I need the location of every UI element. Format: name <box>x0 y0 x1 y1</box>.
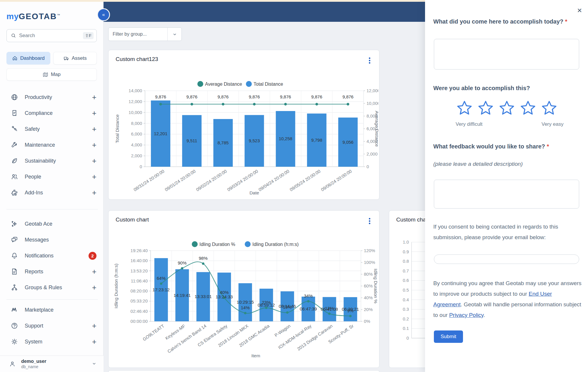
assets-button[interactable]: Assets <box>53 52 97 65</box>
dashboard-button[interactable]: Dashboard <box>6 52 50 65</box>
feedback-hint: (please leave a detailed description) <box>433 161 523 167</box>
star-icon[interactable] <box>541 100 557 116</box>
sidebar-item-messages[interactable]: Messages <box>0 232 104 248</box>
expand-plus-icon[interactable]: + <box>92 172 96 181</box>
divider <box>6 209 98 209</box>
svg-text:10,258: 10,258 <box>279 136 292 141</box>
sidebar-item-people[interactable]: People+ <box>0 169 104 185</box>
feedback-textarea[interactable] <box>434 180 579 209</box>
user-database: db_name <box>21 364 92 369</box>
chat-icon <box>11 236 18 244</box>
svg-text:Idling Duration (h:m:s): Idling Duration (h:m:s) <box>252 242 299 247</box>
svg-text:08/31/24 20:00:00: 08/31/24 20:00:00 <box>133 168 165 192</box>
logo-my: my <box>6 12 19 21</box>
sidebar-item-label: Geotab Ace <box>25 221 96 227</box>
expand-plus-icon[interactable]: + <box>92 125 96 134</box>
bell-icon <box>11 252 18 259</box>
svg-text:09/03/24 20:00:00: 09/03/24 20:00:00 <box>226 168 259 192</box>
star-icon[interactable] <box>499 100 515 116</box>
expand-plus-icon[interactable]: + <box>92 109 96 118</box>
sparkles-icon <box>11 220 18 228</box>
accomplish-textarea[interactable] <box>434 39 579 70</box>
svg-text:64%: 64% <box>157 276 166 281</box>
svg-text:2013 Dodge Caravan: 2013 Dodge Caravan <box>296 323 334 352</box>
sidebar-item-safety[interactable]: Safety+ <box>0 121 104 137</box>
star-icon[interactable] <box>520 100 536 116</box>
expand-plus-icon[interactable]: + <box>92 140 96 150</box>
search-icon <box>11 33 16 38</box>
expand-plus-icon[interactable]: + <box>92 337 96 346</box>
svg-text:19:26:40: 19:26:40 <box>131 248 148 253</box>
svg-text:2,000: 2,000 <box>367 151 378 156</box>
svg-text:09/06/24 20:00:00: 09/06/24 20:00:00 <box>320 168 353 192</box>
map-button[interactable]: Map <box>6 68 97 81</box>
kebab-menu-icon[interactable] <box>366 217 373 225</box>
svg-text:Date: Date <box>249 190 259 195</box>
expand-plus-icon[interactable]: + <box>92 267 96 276</box>
svg-text:16:40:00: 16:40:00 <box>131 258 148 263</box>
svg-text:09/04/24 20:00:00: 09/04/24 20:00:00 <box>258 168 290 192</box>
bar-line-chart-distance: 02,0004,0006,0008,00010,00012,00014,0000… <box>110 67 378 198</box>
sidebar-item-groups-rules[interactable]: Groups & Rules+ <box>0 280 104 295</box>
expand-plus-icon[interactable]: + <box>92 283 96 292</box>
sidebar-item-compliance[interactable]: Compliance+ <box>0 105 104 121</box>
email-field[interactable] <box>434 254 579 264</box>
svg-text:9,876: 9,876 <box>342 94 354 99</box>
seatbelt-icon <box>11 125 18 133</box>
sidebar-item-label: Maintenance <box>25 142 92 148</box>
feedback-panel: ✕ What did you come here to accomplish t… <box>425 0 588 372</box>
expand-plus-icon[interactable]: + <box>92 93 96 102</box>
expand-plus-icon[interactable]: + <box>92 321 96 330</box>
svg-text:9,876: 9,876 <box>155 94 166 99</box>
svg-text:0.3: 0.3 <box>403 307 409 312</box>
svg-text:15%: 15% <box>283 305 292 310</box>
sidebar-item-label: Compliance <box>25 110 92 116</box>
question-able-label: Were you able to accomplish this? <box>433 85 530 92</box>
legal-text: By continuing you agree that Geotab may … <box>433 278 582 320</box>
user-menu[interactable]: demo_user db_name <box>0 356 104 372</box>
sidebar-item-productivity[interactable]: Productivity+ <box>0 89 104 105</box>
sidebar-item-label: Reports <box>25 269 92 275</box>
privacy-policy-link[interactable]: Privacy Policy <box>449 312 484 318</box>
sidebar-item-geotab-ace[interactable]: Geotab Ace <box>0 216 104 232</box>
svg-text:0.5: 0.5 <box>403 287 409 292</box>
chevron-down-icon <box>92 361 96 367</box>
sidebar-item-label: Support <box>25 323 92 329</box>
sidebar-item-system[interactable]: System+ <box>0 334 104 350</box>
group-filter-dropdown[interactable]: Filter by group... <box>108 27 182 41</box>
expand-plus-icon[interactable]: + <box>92 156 96 166</box>
svg-text:98%: 98% <box>199 256 208 261</box>
svg-text:P-Wagon: P-Wagon <box>274 323 291 338</box>
close-icon[interactable]: ✕ <box>577 7 582 14</box>
star-icon[interactable] <box>477 100 494 116</box>
email-consent-label: If you consent to being contacted in reg… <box>433 221 582 243</box>
sidebar-item-reports[interactable]: Reports+ <box>0 264 104 280</box>
svg-text:08:20:00: 08:20:00 <box>131 288 148 293</box>
sidebar-item-maintenance[interactable]: Maintenance+ <box>0 137 104 153</box>
kebab-menu-icon[interactable] <box>366 57 373 64</box>
sidebar-item-support[interactable]: Support+ <box>0 318 104 334</box>
svg-text:0: 0 <box>407 335 409 340</box>
submit-button[interactable]: Submit <box>434 330 463 343</box>
expand-plus-icon[interactable]: + <box>92 188 96 197</box>
star-icon[interactable] <box>456 100 473 116</box>
sidebar-item-marketplace[interactable]: Marketplace <box>0 302 104 318</box>
sidebar-item-notifications[interactable]: Notifications2 <box>0 248 104 264</box>
svg-text:Total Distance: Total Distance <box>115 114 120 143</box>
home-icon <box>12 55 18 61</box>
svg-text:2,000: 2,000 <box>131 153 142 158</box>
svg-text:40%: 40% <box>220 290 229 295</box>
required-asterisk: * <box>565 18 567 25</box>
svg-text:11:06:40: 11:06:40 <box>131 278 148 283</box>
svg-text:0.4: 0.4 <box>403 297 409 302</box>
sidebar-item-add-ins[interactable]: Add-Ins+ <box>0 185 104 201</box>
search-input[interactable]: Search ⇧F <box>6 29 97 42</box>
sidebar-item-sustainability[interactable]: Sustainability+ <box>0 153 104 169</box>
sidebar-collapse-button[interactable]: « <box>97 8 110 21</box>
svg-text:1.0: 1.0 <box>403 239 409 244</box>
truck-icon <box>63 55 69 61</box>
quick-buttons: Dashboard Assets <box>6 52 97 65</box>
sidebar-item-label: Groups & Rules <box>25 285 92 291</box>
svg-text:10,000: 10,000 <box>129 110 142 115</box>
help-icon <box>11 322 18 330</box>
